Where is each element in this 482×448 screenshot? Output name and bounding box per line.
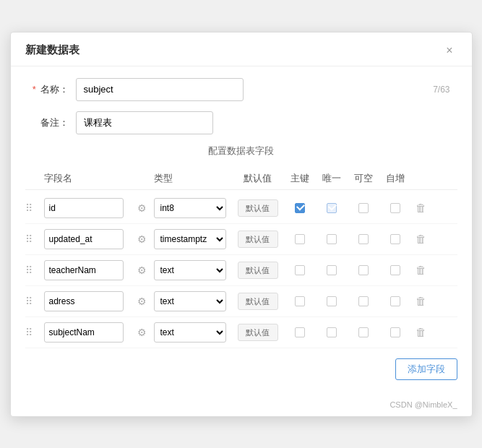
table-row: ⠿ ⚙ int8int4int2float4float8textvarcharb… [25,193,457,224]
th-nullable: 可空 [348,172,379,185]
drag-handle[interactable]: ⠿ [25,327,41,338]
field-name-input[interactable] [44,198,124,218]
link-icon: ⚙ [135,327,149,338]
type-cell: int8int4int2float4float8textvarcharboold… [154,291,232,311]
pk-checkbox[interactable] [295,327,305,337]
unique-checkbox[interactable] [327,296,337,306]
name-input[interactable] [76,78,244,101]
delete-icon[interactable]: 🗑 [416,264,426,276]
auto-checkbox[interactable] [390,265,400,275]
table-row: ⠿ ⚙ int8int4int2float4float8textvarcharb… [25,255,457,286]
nullable-checkbox[interactable] [358,327,369,337]
delete-icon[interactable]: 🗑 [416,202,426,214]
type-select[interactable]: int8int4int2float4float8textvarcharboold… [154,260,226,280]
nullable-checkbox[interactable] [358,296,369,306]
th-default: 默认值 [232,172,284,185]
note-row: 备注： [25,111,457,134]
note-input[interactable] [76,111,213,134]
pk-cell [284,203,316,213]
type-cell: int8int4int2float4float8textvarcharboold… [154,198,232,218]
drag-icon: ⠿ [25,202,33,214]
auto-checkbox[interactable] [390,327,400,337]
nullable-cell [348,296,379,306]
footer-note: CSDN @NimbleX_ [11,395,472,416]
drag-icon: ⠿ [25,233,33,245]
auto-checkbox[interactable] [390,203,400,213]
default-button[interactable]: 默认值 [238,324,278,341]
drag-handle[interactable]: ⠿ [25,233,41,245]
delete-cell: 🗑 [411,202,431,214]
type-select[interactable]: int8int4int2float4float8textvarcharboold… [154,198,226,218]
dialog-body: * 名称： 7/63 备注： 配置数据表字段 字段名 类型 默认值 主键 唯一 [11,66,472,395]
unique-cell [316,265,348,275]
note-label: 备注： [25,116,69,129]
field-name-input[interactable] [44,260,124,280]
field-name-input[interactable] [44,322,124,343]
drag-handle[interactable]: ⠿ [25,202,41,214]
drag-handle[interactable]: ⠿ [25,264,41,276]
dialog-title: 新建数据表 [25,43,79,57]
unique-checkbox[interactable] [327,327,337,337]
unique-cell [316,327,348,337]
unique-cell [316,234,348,244]
close-button[interactable]: × [442,43,457,59]
nullable-cell [348,265,379,275]
delete-icon[interactable]: 🗑 [416,233,426,245]
default-button[interactable]: 默认值 [238,262,278,279]
table-row: ⠿ ⚙ int8int4int2float4float8textvarcharb… [25,286,457,317]
field-name-cell [41,198,135,218]
th-field-name: 字段名 [41,172,135,185]
unique-cell [316,203,348,213]
th-unique: 唯一 [316,172,348,185]
auto-checkbox[interactable] [390,296,400,306]
nullable-checkbox[interactable] [358,265,369,275]
type-select[interactable]: int8int4int2float4float8textvarcharboold… [154,229,226,249]
pk-checkbox[interactable] [295,234,305,244]
type-select[interactable]: int8int4int2float4float8textvarcharboold… [154,322,226,343]
type-select[interactable]: int8int4int2float4float8textvarcharboold… [154,291,226,311]
drag-handle[interactable]: ⠿ [25,296,41,307]
link-cell: ⚙ [135,327,154,338]
auto-checkbox[interactable] [390,234,400,244]
section-title: 配置数据表字段 [25,145,457,162]
name-count: 7/63 [433,85,449,95]
type-cell: int8int4int2float4float8textvarcharboold… [154,260,232,280]
nullable-checkbox[interactable] [358,234,369,244]
auto-cell [379,234,411,244]
field-name-input[interactable] [44,229,124,249]
nullable-cell [348,234,379,244]
pk-checkbox[interactable] [295,203,305,213]
nullable-cell [348,327,379,337]
link-cell: ⚙ [135,233,154,245]
default-button[interactable]: 默认值 [238,199,278,217]
pk-checkbox[interactable] [295,265,305,275]
default-cell: 默认值 [232,324,284,341]
table-row: ⠿ ⚙ int8int4int2float4float8textvarcharb… [25,224,457,255]
drag-icon: ⠿ [25,264,33,276]
link-icon: ⚙ [135,202,149,214]
link-icon: ⚙ [135,233,149,245]
auto-cell [379,265,411,275]
nullable-checkbox[interactable] [358,203,369,213]
required-star: * [33,84,36,95]
add-field-button[interactable]: 添加字段 [395,358,457,380]
field-name-input[interactable] [44,291,124,311]
auto-cell [379,327,411,337]
unique-checkbox[interactable] [327,203,337,213]
pk-checkbox[interactable] [295,296,305,306]
default-button[interactable]: 默认值 [238,293,278,310]
delete-cell: 🗑 [411,233,431,245]
th-auto: 自增 [379,172,411,185]
new-table-dialog: 新建数据表 × * 名称： 7/63 备注： 配置数据表字段 [10,32,473,417]
name-input-wrapper: 7/63 [76,78,457,101]
delete-icon[interactable]: 🗑 [416,326,426,338]
delete-icon[interactable]: 🗑 [416,295,426,307]
auto-cell [379,203,411,213]
unique-checkbox[interactable] [327,265,337,275]
field-name-cell [41,291,135,311]
default-button[interactable]: 默认值 [238,231,278,248]
field-name-cell [41,260,135,280]
fields-container: ⠿ ⚙ int8int4int2float4float8textvarcharb… [25,193,457,348]
delete-cell: 🗑 [411,326,431,338]
unique-checkbox[interactable] [327,234,337,244]
